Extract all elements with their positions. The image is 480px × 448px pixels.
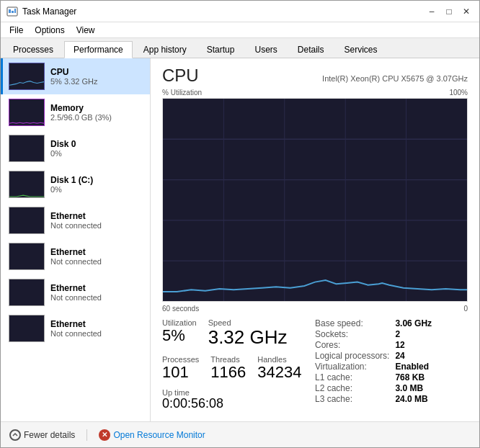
sidebar-item-memory[interactable]: Memory 2.5/96.0 GB (3%) bbox=[1, 94, 150, 130]
l1-label: L1 cache: bbox=[315, 372, 389, 382]
menu-file[interactable]: File bbox=[4, 22, 29, 37]
eth1-label: Ethernet bbox=[50, 211, 102, 221]
svg-rect-5 bbox=[9, 99, 44, 125]
tab-processes[interactable]: Processes bbox=[4, 40, 63, 58]
cpu-value: 5% 3.32 GHz bbox=[50, 77, 97, 86]
menu-options[interactable]: Options bbox=[29, 22, 70, 37]
minimize-button[interactable]: – bbox=[425, 5, 439, 18]
main-title: CPU bbox=[162, 66, 199, 86]
threads-block: Threads 1166 bbox=[210, 355, 246, 381]
task-manager-window: Task Manager – □ ✕ File Options View Pro… bbox=[0, 0, 480, 448]
memory-value: 2.5/96.0 GB (3%) bbox=[50, 113, 112, 122]
menu-bar: File Options View bbox=[1, 22, 479, 38]
cpu-thumbnail bbox=[9, 63, 45, 90]
processes-value: 101 bbox=[162, 364, 199, 381]
cpu-chart bbox=[162, 98, 468, 302]
sidebar-item-cpu[interactable]: CPU 5% 3.32 GHz bbox=[1, 58, 150, 94]
eth3-value: Not connected bbox=[50, 293, 102, 302]
eth2-thumbnail bbox=[9, 243, 45, 270]
eth1-value: Not connected bbox=[50, 221, 102, 230]
main-content: CPU 5% 3.32 GHz Memory 2.5/96.0 GB (3%) bbox=[1, 58, 479, 421]
eth2-value: Not connected bbox=[50, 257, 102, 266]
uptime-block: Up time 0:00:56:08 bbox=[162, 388, 315, 411]
l3-label: L3 cache: bbox=[315, 394, 389, 404]
eth3-thumbnail bbox=[9, 279, 45, 306]
base-speed-label: Base speed: bbox=[315, 318, 389, 328]
sidebar-item-disk0[interactable]: Disk 0 0% bbox=[1, 130, 150, 166]
l1-val: 768 KB bbox=[395, 372, 468, 382]
close-button[interactable]: ✕ bbox=[459, 5, 474, 18]
virt-label: Virtualization: bbox=[315, 362, 389, 372]
stats-left: Utilization 5% Speed 3.32 GHz Processes … bbox=[162, 318, 315, 414]
svg-rect-11 bbox=[9, 315, 44, 341]
tab-services[interactable]: Services bbox=[335, 40, 387, 58]
eth4-label: Ethernet bbox=[50, 319, 102, 329]
utilization-block: Utilization 5% bbox=[162, 318, 197, 348]
tab-bar: Processes Performance App history Startu… bbox=[1, 38, 479, 58]
sidebar-item-eth2[interactable]: Ethernet Not connected bbox=[1, 238, 150, 274]
speed-block: Speed 3.32 GHz bbox=[208, 318, 288, 348]
eth2-label: Ethernet bbox=[50, 247, 102, 257]
stats-right: Base speed: 3.06 GHz Sockets: 2 Cores: 1… bbox=[315, 318, 468, 414]
title-left: Task Manager bbox=[6, 6, 76, 17]
sidebar-item-disk1[interactable]: Disk 1 (C:) 0% bbox=[1, 166, 150, 202]
main-panel: CPU Intel(R) Xeon(R) CPU X5675 @ 3.07GHz… bbox=[151, 58, 479, 421]
eth3-label: Ethernet bbox=[50, 283, 102, 293]
sockets-label: Sockets: bbox=[315, 329, 389, 339]
svg-rect-12 bbox=[163, 99, 467, 301]
util-label: % Utilization bbox=[162, 89, 202, 97]
sidebar-item-eth4[interactable]: Ethernet Not connected bbox=[1, 310, 150, 346]
handles-value: 34234 bbox=[257, 364, 301, 381]
tab-details[interactable]: Details bbox=[288, 40, 334, 58]
cores-label: Cores: bbox=[315, 340, 389, 350]
cpu-label: CPU bbox=[50, 67, 97, 77]
main-subtitle: Intel(R) Xeon(R) CPU X5675 @ 3.07GHz bbox=[322, 74, 468, 83]
tab-performance[interactable]: Performance bbox=[64, 41, 133, 58]
utilization-value: 5% bbox=[162, 327, 197, 344]
tab-startup[interactable]: Startup bbox=[197, 40, 244, 58]
tab-users[interactable]: Users bbox=[245, 40, 286, 58]
l2-val: 3.0 MB bbox=[395, 383, 468, 393]
handles-block: Handles 34234 bbox=[257, 355, 301, 381]
disk0-label: Disk 0 bbox=[50, 139, 76, 149]
base-speed-val: 3.06 GHz bbox=[395, 318, 468, 328]
footer-divider bbox=[86, 429, 87, 441]
svg-rect-9 bbox=[9, 243, 44, 269]
svg-rect-7 bbox=[9, 171, 44, 197]
sidebar-item-eth3[interactable]: Ethernet Not connected bbox=[1, 274, 150, 310]
main-header: CPU Intel(R) Xeon(R) CPU X5675 @ 3.07GHz bbox=[162, 66, 468, 86]
sockets-val: 2 bbox=[395, 329, 468, 339]
footer: Fewer details ✕ Open Resource Monitor bbox=[1, 421, 479, 447]
svg-rect-1 bbox=[9, 9, 11, 13]
title-bar: Task Manager – □ ✕ bbox=[1, 1, 479, 22]
svg-rect-6 bbox=[9, 135, 44, 161]
memory-label: Memory bbox=[50, 103, 112, 113]
tab-app-history[interactable]: App history bbox=[134, 40, 196, 58]
menu-view[interactable]: View bbox=[71, 22, 101, 37]
l3-val: 24.0 MB bbox=[395, 394, 468, 404]
fewer-details-button[interactable]: Fewer details bbox=[9, 429, 75, 441]
resource-monitor-icon: ✕ bbox=[99, 429, 110, 441]
memory-thumbnail bbox=[9, 99, 45, 126]
fewer-details-label: Fewer details bbox=[24, 430, 75, 440]
chart-pct-max: 100% bbox=[449, 89, 468, 97]
resource-monitor-link[interactable]: ✕ Open Resource Monitor bbox=[99, 429, 205, 441]
chart-time-label: 60 seconds 0 bbox=[162, 305, 468, 313]
disk1-label: Disk 1 (C:) bbox=[50, 175, 93, 185]
svg-rect-8 bbox=[9, 207, 44, 233]
fewer-details-icon bbox=[9, 429, 21, 441]
util-speed-row: Utilization 5% Speed 3.32 GHz bbox=[162, 318, 315, 351]
eth4-value: Not connected bbox=[50, 329, 102, 338]
disk0-thumbnail bbox=[9, 135, 45, 162]
logical-label: Logical processors: bbox=[315, 351, 389, 361]
maximize-button[interactable]: □ bbox=[442, 5, 456, 18]
app-icon bbox=[6, 6, 18, 17]
svg-rect-4 bbox=[9, 63, 44, 89]
speed-value: 3.32 GHz bbox=[208, 327, 288, 348]
disk1-value: 0% bbox=[50, 185, 93, 194]
sidebar-item-eth1[interactable]: Ethernet Not connected bbox=[1, 202, 150, 238]
logical-val: 24 bbox=[395, 351, 468, 361]
threads-value: 1166 bbox=[210, 364, 246, 381]
svg-rect-10 bbox=[9, 279, 44, 305]
processes-block: Processes 101 bbox=[162, 355, 199, 381]
